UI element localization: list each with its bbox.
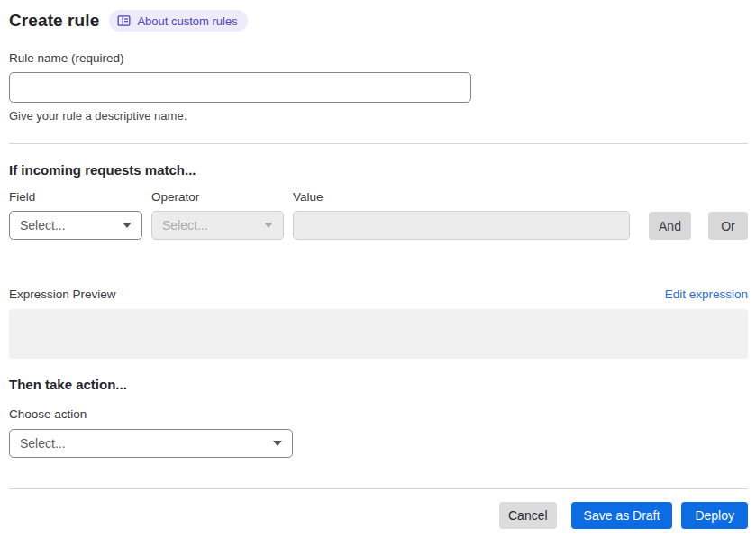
- field-select[interactable]: Select...: [9, 211, 142, 240]
- docs-book-icon: [117, 14, 131, 27]
- field-column: Field Select...: [9, 190, 142, 240]
- rule-name-helper: Give your rule a descriptive name.: [9, 109, 748, 123]
- or-button[interactable]: Or: [708, 212, 748, 240]
- field-label: Field: [9, 190, 142, 204]
- action-section-heading: Then take action...: [9, 377, 748, 392]
- choose-action-placeholder: Select...: [20, 436, 66, 451]
- expression-preview-box: [9, 309, 748, 359]
- chevron-down-icon: [123, 223, 132, 228]
- match-condition-row: Field Select... Operator Select... Value…: [9, 190, 748, 240]
- value-column: Value: [293, 190, 630, 240]
- create-rule-page: Create rule About custom rules Rule name…: [0, 0, 756, 538]
- and-button[interactable]: And: [649, 212, 691, 240]
- value-input: [293, 211, 630, 240]
- expression-preview-header: Expression Preview Edit expression: [9, 287, 748, 301]
- save-as-draft-button[interactable]: Save as Draft: [571, 502, 673, 529]
- footer-divider: [9, 488, 748, 489]
- operator-column: Operator Select...: [151, 190, 284, 240]
- choose-action-label: Choose action: [9, 407, 748, 421]
- match-section-heading: If incoming requests match...: [9, 162, 748, 178]
- choose-action-select[interactable]: Select...: [9, 429, 293, 458]
- about-custom-rules-badge[interactable]: About custom rules: [109, 10, 247, 32]
- chevron-down-icon: [273, 441, 282, 446]
- rule-name-label: Rule name (required): [9, 51, 748, 65]
- value-label: Value: [293, 190, 630, 204]
- operator-label: Operator: [151, 190, 284, 204]
- cancel-button[interactable]: Cancel: [499, 502, 557, 529]
- page-header: Create rule About custom rules: [9, 10, 748, 32]
- about-custom-rules-label: About custom rules: [137, 15, 237, 27]
- section-divider: [9, 143, 748, 144]
- footer-actions: Cancel Save as Draft Deploy: [9, 502, 748, 529]
- rule-name-group: Rule name (required) Give your rule a de…: [9, 51, 748, 123]
- field-select-placeholder: Select...: [20, 218, 66, 233]
- deploy-button[interactable]: Deploy: [681, 502, 748, 529]
- edit-expression-link[interactable]: Edit expression: [665, 287, 748, 301]
- expression-preview-label: Expression Preview: [9, 287, 116, 301]
- rule-name-input[interactable]: [9, 72, 471, 103]
- page-title: Create rule: [9, 11, 99, 31]
- operator-select-placeholder: Select...: [162, 218, 208, 233]
- operator-select: Select...: [151, 211, 284, 240]
- chevron-down-icon: [264, 223, 273, 228]
